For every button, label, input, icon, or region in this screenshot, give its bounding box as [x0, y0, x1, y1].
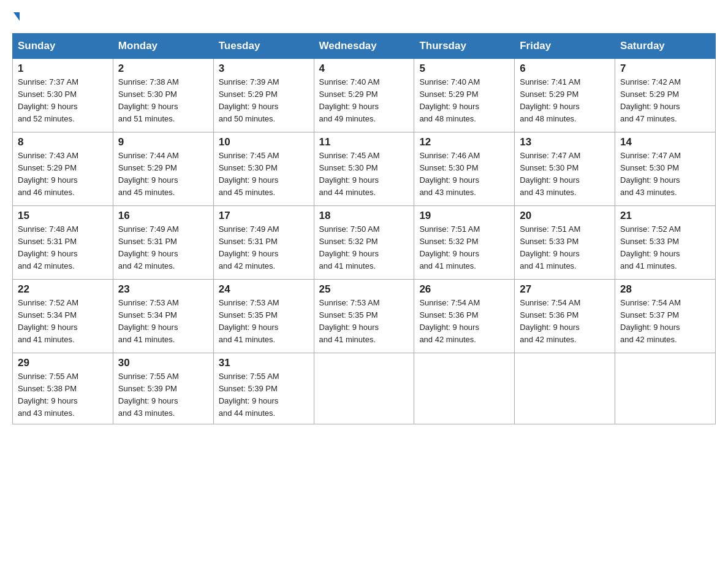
- day-info: Sunrise: 7:55 AMSunset: 5:39 PMDaylight:…: [219, 370, 309, 420]
- day-info: Sunrise: 7:48 AMSunset: 5:31 PMDaylight:…: [18, 223, 108, 273]
- calendar-cell: 2Sunrise: 7:38 AMSunset: 5:30 PMDaylight…: [113, 59, 213, 132]
- calendar-week-row: 15Sunrise: 7:48 AMSunset: 5:31 PMDayligh…: [13, 206, 716, 280]
- calendar-cell: 7Sunrise: 7:42 AMSunset: 5:29 PMDaylight…: [615, 59, 716, 132]
- calendar-cell: 31Sunrise: 7:55 AMSunset: 5:39 PMDayligh…: [213, 353, 314, 424]
- calendar-cell: [414, 353, 515, 424]
- calendar-cell: 3Sunrise: 7:39 AMSunset: 5:29 PMDaylight…: [213, 59, 314, 132]
- day-number: 11: [319, 136, 409, 148]
- day-number: 12: [419, 136, 509, 148]
- day-info: Sunrise: 7:39 AMSunset: 5:29 PMDaylight:…: [219, 76, 309, 126]
- day-info: Sunrise: 7:51 AMSunset: 5:33 PMDaylight:…: [520, 223, 610, 273]
- day-info: Sunrise: 7:44 AMSunset: 5:29 PMDaylight:…: [118, 150, 208, 199]
- day-number: 29: [18, 357, 108, 369]
- day-info: Sunrise: 7:42 AMSunset: 5:29 PMDaylight:…: [620, 76, 710, 126]
- header-wednesday: Wednesday: [314, 34, 414, 59]
- logo-triangle-icon: [13, 12, 20, 21]
- day-info: Sunrise: 7:37 AMSunset: 5:30 PMDaylight:…: [18, 76, 108, 126]
- day-number: 30: [118, 357, 208, 369]
- day-number: 21: [620, 210, 710, 222]
- day-info: Sunrise: 7:49 AMSunset: 5:31 PMDaylight:…: [219, 223, 309, 273]
- calendar-cell: 4Sunrise: 7:40 AMSunset: 5:29 PMDaylight…: [314, 59, 414, 132]
- day-number: 23: [118, 283, 208, 296]
- calendar-cell: 16Sunrise: 7:49 AMSunset: 5:31 PMDayligh…: [113, 206, 213, 280]
- day-info: Sunrise: 7:53 AMSunset: 5:34 PMDaylight:…: [118, 297, 208, 347]
- day-info: Sunrise: 7:40 AMSunset: 5:29 PMDaylight:…: [419, 76, 509, 126]
- day-number: 28: [620, 283, 710, 296]
- calendar-week-row: 1Sunrise: 7:37 AMSunset: 5:30 PMDaylight…: [13, 59, 716, 132]
- day-number: 5: [419, 63, 509, 75]
- logo: [12, 12, 20, 21]
- calendar-cell: 27Sunrise: 7:54 AMSunset: 5:36 PMDayligh…: [515, 280, 615, 353]
- day-info: Sunrise: 7:52 AMSunset: 5:34 PMDaylight:…: [18, 297, 108, 347]
- day-info: Sunrise: 7:47 AMSunset: 5:30 PMDaylight:…: [620, 150, 710, 199]
- calendar-cell: 1Sunrise: 7:37 AMSunset: 5:30 PMDaylight…: [13, 59, 113, 132]
- day-info: Sunrise: 7:45 AMSunset: 5:30 PMDaylight:…: [219, 150, 309, 199]
- page-header: [12, 12, 716, 21]
- calendar-cell: 12Sunrise: 7:46 AMSunset: 5:30 PMDayligh…: [414, 132, 515, 206]
- calendar-cell: 20Sunrise: 7:51 AMSunset: 5:33 PMDayligh…: [515, 206, 615, 280]
- calendar-cell: [314, 353, 414, 424]
- calendar-cell: 22Sunrise: 7:52 AMSunset: 5:34 PMDayligh…: [13, 280, 113, 353]
- calendar-cell: 23Sunrise: 7:53 AMSunset: 5:34 PMDayligh…: [113, 280, 213, 353]
- calendar-cell: 11Sunrise: 7:45 AMSunset: 5:30 PMDayligh…: [314, 132, 414, 206]
- day-info: Sunrise: 7:55 AMSunset: 5:38 PMDaylight:…: [18, 370, 108, 420]
- day-number: 16: [118, 210, 208, 222]
- day-number: 3: [219, 63, 309, 75]
- day-info: Sunrise: 7:41 AMSunset: 5:29 PMDaylight:…: [520, 76, 610, 126]
- header-sunday: Sunday: [13, 34, 113, 59]
- day-info: Sunrise: 7:43 AMSunset: 5:29 PMDaylight:…: [18, 150, 108, 199]
- calendar-cell: 18Sunrise: 7:50 AMSunset: 5:32 PMDayligh…: [314, 206, 414, 280]
- day-number: 26: [419, 283, 509, 296]
- day-info: Sunrise: 7:49 AMSunset: 5:31 PMDaylight:…: [118, 223, 208, 273]
- calendar-cell: 29Sunrise: 7:55 AMSunset: 5:38 PMDayligh…: [13, 353, 113, 424]
- day-number: 7: [620, 63, 710, 75]
- calendar-cell: 9Sunrise: 7:44 AMSunset: 5:29 PMDaylight…: [113, 132, 213, 206]
- day-number: 14: [620, 136, 710, 148]
- day-number: 20: [520, 210, 610, 222]
- day-number: 4: [319, 63, 409, 75]
- calendar-cell: 24Sunrise: 7:53 AMSunset: 5:35 PMDayligh…: [213, 280, 314, 353]
- day-info: Sunrise: 7:53 AMSunset: 5:35 PMDaylight:…: [219, 297, 309, 347]
- day-info: Sunrise: 7:54 AMSunset: 5:37 PMDaylight:…: [620, 297, 710, 347]
- calendar-cell: 30Sunrise: 7:55 AMSunset: 5:39 PMDayligh…: [113, 353, 213, 424]
- day-number: 10: [219, 136, 309, 148]
- calendar-cell: 28Sunrise: 7:54 AMSunset: 5:37 PMDayligh…: [615, 280, 716, 353]
- header-monday: Monday: [113, 34, 213, 59]
- day-info: Sunrise: 7:51 AMSunset: 5:32 PMDaylight:…: [419, 223, 509, 273]
- day-number: 24: [219, 283, 309, 296]
- header-tuesday: Tuesday: [213, 34, 314, 59]
- calendar-cell: 26Sunrise: 7:54 AMSunset: 5:36 PMDayligh…: [414, 280, 515, 353]
- calendar-week-row: 8Sunrise: 7:43 AMSunset: 5:29 PMDaylight…: [13, 132, 716, 206]
- calendar-cell: 8Sunrise: 7:43 AMSunset: 5:29 PMDaylight…: [13, 132, 113, 206]
- calendar-cell: 21Sunrise: 7:52 AMSunset: 5:33 PMDayligh…: [615, 206, 716, 280]
- day-info: Sunrise: 7:52 AMSunset: 5:33 PMDaylight:…: [620, 223, 710, 273]
- day-number: 19: [419, 210, 509, 222]
- day-number: 17: [219, 210, 309, 222]
- calendar-cell: 25Sunrise: 7:53 AMSunset: 5:35 PMDayligh…: [314, 280, 414, 353]
- calendar-cell: 17Sunrise: 7:49 AMSunset: 5:31 PMDayligh…: [213, 206, 314, 280]
- calendar-cell: [515, 353, 615, 424]
- calendar-week-row: 22Sunrise: 7:52 AMSunset: 5:34 PMDayligh…: [13, 280, 716, 353]
- calendar-cell: 13Sunrise: 7:47 AMSunset: 5:30 PMDayligh…: [515, 132, 615, 206]
- day-number: 13: [520, 136, 610, 148]
- header-saturday: Saturday: [615, 34, 716, 59]
- calendar-header-row: SundayMondayTuesdayWednesdayThursdayFrid…: [13, 34, 716, 59]
- day-info: Sunrise: 7:54 AMSunset: 5:36 PMDaylight:…: [520, 297, 610, 347]
- day-number: 27: [520, 283, 610, 296]
- day-info: Sunrise: 7:40 AMSunset: 5:29 PMDaylight:…: [319, 76, 409, 126]
- header-thursday: Thursday: [414, 34, 515, 59]
- day-info: Sunrise: 7:55 AMSunset: 5:39 PMDaylight:…: [118, 370, 208, 420]
- day-info: Sunrise: 7:46 AMSunset: 5:30 PMDaylight:…: [419, 150, 509, 199]
- calendar-cell: 19Sunrise: 7:51 AMSunset: 5:32 PMDayligh…: [414, 206, 515, 280]
- day-info: Sunrise: 7:53 AMSunset: 5:35 PMDaylight:…: [319, 297, 409, 347]
- calendar-cell: 15Sunrise: 7:48 AMSunset: 5:31 PMDayligh…: [13, 206, 113, 280]
- calendar-cell: 6Sunrise: 7:41 AMSunset: 5:29 PMDaylight…: [515, 59, 615, 132]
- day-info: Sunrise: 7:50 AMSunset: 5:32 PMDaylight:…: [319, 223, 409, 273]
- day-number: 1: [18, 63, 108, 75]
- day-info: Sunrise: 7:47 AMSunset: 5:30 PMDaylight:…: [520, 150, 610, 199]
- day-number: 31: [219, 357, 309, 369]
- calendar-week-row: 29Sunrise: 7:55 AMSunset: 5:38 PMDayligh…: [13, 353, 716, 424]
- day-number: 15: [18, 210, 108, 222]
- header-friday: Friday: [515, 34, 615, 59]
- calendar-cell: 14Sunrise: 7:47 AMSunset: 5:30 PMDayligh…: [615, 132, 716, 206]
